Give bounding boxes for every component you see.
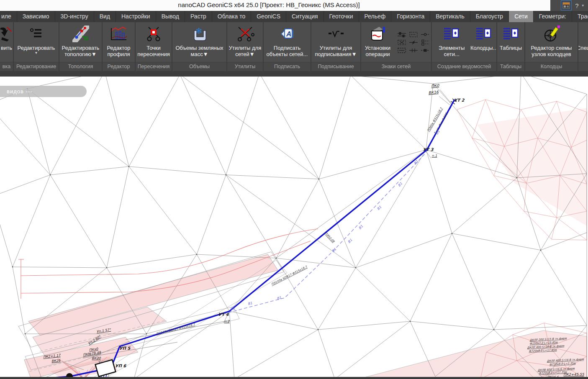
ribbon-button-label: Таблицы	[500, 45, 522, 51]
svg-text:ВК20: ВК20	[92, 356, 101, 360]
drawing-canvas[interactable]: ПК0ВК16УТ 2УТ 3п.1УТ 4п.2УП 5УП 6Уп.1 57…	[0, 77, 588, 379]
menu-tab-14[interactable]: Благоустр	[470, 11, 509, 22]
ribbon-panel-6: Утилиты для сетей▼Утилиты	[227, 22, 263, 71]
bottom-edge-strip	[0, 377, 588, 379]
ribbon-group-caption: Знаки сетей	[361, 62, 431, 71]
ribbon-button-1-0[interactable]: Редактировать▼	[18, 23, 55, 62]
menu-tab-11[interactable]: Рельеф	[359, 11, 392, 22]
menu-tab-7[interactable]: Облака то	[212, 11, 251, 22]
menu-tab-3[interactable]: Вид	[94, 11, 116, 22]
ribbon-button-0-0[interactable]: вить	[0, 23, 13, 62]
svg-text:ПК0: ПК0	[431, 83, 440, 88]
menu-tab-9[interactable]: Ситуация	[286, 11, 324, 22]
help-button[interactable]: ?	[575, 2, 578, 9]
ribbon-button-4-0[interactable]: Точки пересечения	[136, 23, 171, 62]
ribbon-group-caption: Создание ведомостей	[432, 62, 496, 71]
profile-editor-icon	[110, 23, 128, 45]
ribbon-group-caption: вка	[0, 62, 13, 71]
menu-tab-16[interactable]: Геометри:	[534, 11, 572, 22]
insert-icon	[0, 23, 13, 45]
ribbon-button-label: Элементы сети...	[432, 45, 471, 58]
ribbon-group-caption: Подписать	[264, 62, 311, 71]
sliders-icon[interactable]	[396, 31, 407, 38]
menu-tab-1[interactable]: Зависимо	[17, 11, 55, 22]
chevron-down-icon[interactable]: ▾	[582, 3, 584, 8]
svg-text:ПК2+45.55: ПК2+45.55	[563, 372, 584, 376]
ribbon-button-label: Точки пересечения	[136, 45, 171, 58]
topology-icon	[72, 23, 89, 45]
menu-tab-12[interactable]: Горизонта	[391, 11, 430, 22]
ribbon-button-label: Объемы земляных масс▼	[173, 45, 226, 58]
ribbon-button-label: Редактировать топологию▼	[60, 45, 101, 58]
ribbon-panel-4: Точки пересеченияПересечения	[136, 22, 172, 71]
menu-tab-15[interactable]: Сети	[509, 11, 534, 22]
ribbon-button-9-0[interactable]: Установки операции	[362, 23, 394, 62]
ribbon: витьвкаРедактировать▼РедактированиеРедак…	[0, 22, 588, 71]
ribbon-group-caption: Объемы	[172, 62, 226, 71]
earthworks-icon: ❄	[190, 23, 209, 45]
menu-tab-0[interactable]: иле	[0, 11, 17, 22]
ribbon-panel-2: Редактировать топологию▼Топология	[59, 22, 102, 71]
wells-icon	[475, 23, 492, 45]
title-bar: nanoCAD GeoniCS x64 25.0 [Проект: НВ_Гео…	[0, 0, 588, 11]
window-title: nanoCAD GeoniCS x64 25.0 [Проект: НВ_Гео…	[0, 0, 538, 11]
menu-tab-10[interactable]: Геоточки	[324, 11, 359, 22]
ribbon-group-caption: Утилиты	[227, 62, 263, 71]
well-scheme-editor-icon	[542, 23, 561, 45]
ribbon-panel-0: витьвка	[0, 22, 13, 71]
xbox-icon[interactable]	[396, 39, 407, 46]
ticks-icon[interactable]	[408, 47, 419, 54]
ribbon-button-10-1[interactable]: Колодцы...	[472, 23, 496, 62]
dotbox-icon[interactable]	[408, 31, 419, 38]
ribbon-button-label: вить	[1, 45, 12, 51]
svg-text:❄: ❄	[195, 26, 203, 36]
menu-tab-17[interactable]: Трассы	[572, 11, 588, 22]
menu-tab-2[interactable]: 3D-инстру	[55, 11, 94, 22]
dashbox-icon[interactable]	[396, 47, 407, 54]
ribbon-button-8-0[interactable]: Утилиты для подписывания▼	[312, 23, 360, 62]
ribbon-button-5-0[interactable]: ❄Объемы земляных масс▼	[173, 23, 226, 62]
chevron-down-icon: ▼	[35, 51, 38, 55]
ribbon-button-11-0[interactable]: Таблицы	[500, 23, 522, 62]
ribbon-button-label: Редактор схемы узлов колодцев	[526, 45, 577, 58]
ribbon-panel-11: ТаблицыТаблицы	[497, 22, 524, 71]
node-icon[interactable]	[420, 31, 431, 38]
menu-tab-8[interactable]: GeoniCS	[251, 11, 286, 22]
svg-text:A: A	[286, 30, 291, 38]
svg-text:УТ 2: УТ 2	[454, 98, 465, 102]
svg-text:п.1: п.1	[432, 154, 437, 158]
menu-tab-6[interactable]: Растр	[185, 11, 212, 22]
menu-tab-13[interactable]: Вертикаль	[430, 11, 470, 22]
ribbon-button-3-0[interactable]: Редактор профиля	[103, 23, 134, 62]
ribbon-button-7-0[interactable]: AПодписать объекты сетей...	[264, 23, 310, 62]
menu-tab-5[interactable]: Вывод	[156, 11, 185, 22]
ribbon-button-2-0[interactable]: Редактировать топологию▼	[60, 23, 101, 62]
bar-icon[interactable]	[420, 47, 431, 54]
drawing-canvas-area[interactable]: ПК0ВК16УТ 2УТ 3п.1УТ 4п.2УП 5УП 6Уп.1 57…	[0, 71, 588, 379]
ribbon-button-12-0[interactable]: Редактор схемы узлов колодцев	[526, 23, 577, 62]
strike-icon[interactable]	[408, 39, 419, 46]
viewport-label-overlay: видов ---	[0, 86, 87, 97]
ribbon-button-label: Колодцы...	[470, 45, 496, 51]
ribbon-panel-8: Утилиты для подписывания▼Подписывание	[311, 22, 360, 71]
svg-text:УТ 3: УТ 3	[423, 147, 434, 152]
drawing-palette-icon[interactable]	[561, 0, 572, 10]
split-icon[interactable]	[420, 39, 431, 46]
ribbon-panel-13: Спец	[578, 22, 588, 71]
ribbon-group-caption: Подписывание	[311, 62, 360, 71]
menu-tab-4[interactable]: Настройки	[116, 11, 156, 22]
svg-text:п.2: п.2	[224, 320, 230, 323]
ribbon-group-caption: Топология	[59, 62, 102, 71]
ribbon-button-10-0[interactable]: Элементы сети...	[432, 23, 471, 62]
ribbon-button-6-0[interactable]: Утилиты для сетей▼	[228, 23, 262, 62]
ribbon-button-label: Утилиты для сетей▼	[228, 45, 262, 58]
ribbon-button-label: Утилиты для подписывания▼	[312, 45, 360, 58]
ribbon-panel-5: ❄Объемы земляных масс▼Объемы	[172, 22, 226, 71]
tables-icon	[503, 23, 519, 45]
ribbon-group-caption	[578, 62, 588, 71]
ribbon-panel-9: Установки операцииЗнаки сетей	[361, 22, 431, 71]
ribbon-button-label: Редактор профиля	[103, 45, 134, 58]
ribbon-button-13-0[interactable]: Спец	[579, 23, 588, 62]
network-signs-icon-grid	[396, 23, 431, 62]
ribbon-group-caption: Редактирование	[14, 62, 59, 71]
